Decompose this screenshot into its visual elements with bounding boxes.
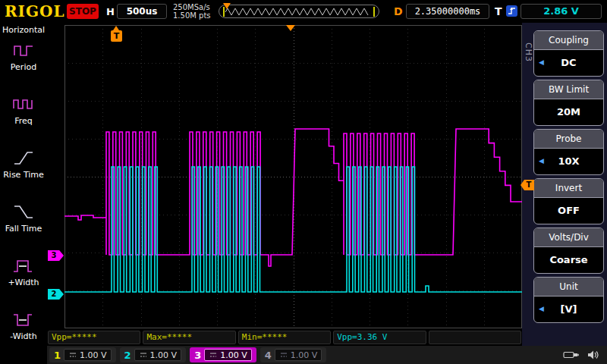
measurement-bar: Vpp=*****Max=*****Min=*****Vpp=3.36 V	[47, 329, 522, 346]
freq-icon	[12, 94, 35, 115]
brand-logo: RIGOL	[5, 2, 65, 20]
channel-scale: 1.00 V	[275, 349, 322, 361]
sidebar-item-freq[interactable]: Freq	[0, 94, 47, 144]
sidebar-title: Horizontal	[0, 23, 47, 36]
memory-waveform-icon	[223, 6, 375, 17]
status-bar: 11.00 V21.00 V31.00 V41.00 V	[47, 346, 607, 364]
trigger-position-flag[interactable]: T	[111, 30, 122, 42]
channel-number: 2	[124, 350, 131, 361]
channel-scale: 1.00 V	[134, 349, 182, 361]
channel-scale: 1.00 V	[64, 349, 112, 361]
delay-label: D	[394, 5, 403, 17]
channel-number: 3	[194, 350, 201, 361]
option-arrow-icon: ◀	[539, 50, 544, 75]
menu-item-unit[interactable]: Unit◀[V]	[533, 277, 604, 323]
graticule-area: T	[47, 23, 522, 329]
softkey-menu: CH3 Coupling◀DCBW Limit20MProbe◀10XInver…	[522, 23, 607, 346]
menu-item-value: Coarse	[534, 247, 603, 273]
delay-readout: 2.35000000ms	[406, 4, 489, 19]
channel-status-2[interactable]: 21.00 V	[120, 347, 187, 362]
left-sidebar: Horizontal PeriodFreqRise TimeFall Time+…	[0, 23, 47, 364]
dc-coupling-icon	[279, 350, 288, 359]
menu-item-title: Coupling	[534, 31, 603, 50]
trigger-level-readout: 2.86 V	[521, 4, 602, 19]
menu-item-value: ◀[V]	[534, 297, 603, 322]
menu-item-coupling[interactable]: Coupling◀DC	[533, 30, 604, 77]
channel-status-3[interactable]: 31.00 V	[190, 347, 256, 362]
dc-coupling-icon	[139, 350, 148, 359]
rise-time-icon	[12, 148, 35, 169]
memory-position-bar	[219, 5, 379, 18]
usb-icon	[563, 350, 580, 360]
period-icon	[12, 40, 35, 61]
measurement-slot-2: Max=*****	[143, 331, 235, 344]
speaker-icon	[587, 350, 599, 360]
sidebar-item-label: Period	[0, 62, 47, 72]
system-icons	[563, 350, 607, 360]
menu-item-title: Probe	[534, 130, 603, 149]
sidebar-item-rise-time[interactable]: Rise Time	[0, 148, 47, 198]
trigger-edge-icon	[505, 5, 518, 17]
measurement-slot-5	[429, 331, 521, 344]
menu-item-bw-limit[interactable]: BW Limit20M	[533, 80, 604, 126]
option-arrow-icon: ◀	[539, 149, 544, 174]
waveform-display	[64, 25, 522, 328]
trigger-position-label: T	[114, 31, 120, 41]
channel-status-1[interactable]: 11.00 V	[49, 347, 116, 362]
menu-item-volts-div[interactable]: Volts/DivCoarse	[533, 228, 604, 274]
timebase-readout: 500us	[117, 4, 167, 19]
acquisition-info: 250MSa/s 1.50M pts	[173, 3, 211, 20]
sample-rate: 250MSa/s	[173, 3, 211, 11]
measurement-slot-3: Min=*****	[238, 331, 331, 344]
menu-item-title: Invert	[534, 179, 603, 198]
trigger-label: T	[495, 5, 502, 17]
menu-item-title: Unit	[534, 278, 603, 297]
channel-number: 1	[54, 350, 61, 361]
menu-channel-tag: CH3	[524, 42, 533, 62]
menu-item-probe[interactable]: Probe◀10X	[533, 129, 604, 175]
sidebar-item-width[interactable]: +Width	[0, 256, 47, 306]
sidebar-item-fall-time[interactable]: Fall Time	[0, 202, 47, 252]
memory-trigger-marker	[223, 3, 231, 9]
measurement-slot-1: Vpp=*****	[48, 331, 140, 344]
sidebar-item-label: Freq	[0, 116, 47, 126]
fall-time-icon	[12, 202, 35, 223]
memory-depth: 1.50M pts	[173, 11, 211, 20]
menu-item-invert[interactable]: InvertOFF	[533, 178, 604, 224]
menu-item-value: OFF	[534, 198, 603, 224]
menu-item-title: BW Limit	[534, 80, 603, 99]
channel-status-4[interactable]: 41.00 V	[260, 347, 327, 362]
top-bar: RIGOL STOP H 500us 250MSa/s 1.50M pts D …	[0, 0, 607, 23]
horizontal-label: H	[106, 6, 115, 17]
sidebar-item-label: Rise Time	[0, 170, 47, 180]
sidebar-item-label: Fall Time	[0, 224, 47, 234]
sidebar-item-period[interactable]: Period	[0, 40, 47, 90]
measurement-slot-4: Vpp=3.36 V	[333, 331, 426, 344]
minus-width-icon	[12, 309, 35, 331]
sidebar-item-label: +Width	[0, 278, 47, 287]
channel-scale: 1.00 V	[204, 349, 252, 361]
run-state-badge: STOP	[67, 4, 99, 19]
dc-coupling-icon	[68, 350, 77, 359]
oscilloscope-screen: RIGOL STOP H 500us 250MSa/s 1.50M pts D …	[0, 0, 607, 364]
delay-position-marker[interactable]	[286, 25, 295, 31]
channel-number: 4	[265, 350, 272, 361]
menu-item-value: 20M	[534, 99, 603, 125]
plus-width-icon	[12, 256, 35, 277]
option-arrow-icon: ◀	[539, 297, 544, 322]
menu-item-title: Volts/Div	[534, 228, 603, 247]
menu-item-value: ◀DC	[534, 50, 603, 76]
menu-item-value: ◀10X	[534, 149, 603, 174]
sidebar-item-width[interactable]: -Width	[0, 309, 47, 359]
dc-coupling-icon	[209, 350, 218, 359]
sidebar-item-label: -Width	[0, 331, 47, 341]
